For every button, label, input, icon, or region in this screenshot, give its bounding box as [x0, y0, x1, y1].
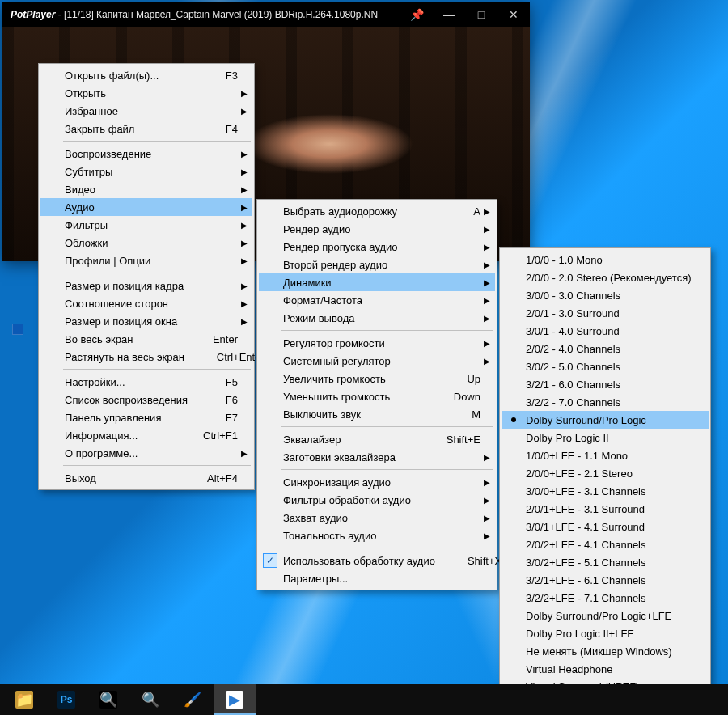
audio-menu-item[interactable]: Рендер пропуска аудио▶ — [259, 238, 495, 256]
submenu-arrow-icon: ▶ — [241, 89, 248, 98]
check-icon: ✓ — [263, 553, 277, 568]
speakers-menu-item[interactable]: Dolby Pro Logic II — [502, 429, 709, 446]
main-menu-item[interactable]: Панель управленияF7 — [40, 408, 252, 426]
menu-item-label: 3/2/1+LFE - 6.1 Channels — [526, 574, 689, 586]
main-menu-item[interactable]: Список воспроизведенияF6 — [40, 391, 252, 408]
menu-item-label: Выбрать аудиодорожку — [283, 205, 473, 218]
speakers-menu-item[interactable]: 3/2/2 - 7.0 Channels — [502, 393, 709, 411]
speakers-menu-item[interactable]: Virtual Headphone — [502, 660, 709, 678]
taskbar-search-orange-icon[interactable]: 🔍 — [87, 684, 129, 715]
speakers-menu-item[interactable]: 2/0/1+LFE - 3.1 Surround — [502, 500, 709, 518]
audio-menu-item[interactable]: Формат/Частота▶ — [259, 291, 495, 309]
taskbar-search-blue-icon[interactable]: 🔍 — [129, 684, 171, 715]
audio-menu-item[interactable]: ✓Использовать обработку аудиоShift+X — [259, 552, 495, 569]
menu-item-shortcut: F4 — [226, 123, 238, 135]
audio-menu-item[interactable]: Динамики▶ — [259, 273, 495, 291]
audio-menu-item[interactable]: Регулятор громкости▶ — [259, 334, 495, 352]
main-menu-item[interactable]: Размер и позиция кадра▶ — [40, 277, 252, 294]
main-menu-item[interactable]: Растянуть на весь экранCtrl+Enter — [40, 348, 252, 366]
submenu-arrow-icon: ▶ — [484, 531, 490, 540]
main-menu-item[interactable]: Субтитры▶ — [40, 163, 252, 180]
speakers-menu-item[interactable]: Не менять (Микшер Windows) — [502, 642, 709, 660]
main-menu-item[interactable]: Аудио▶ — [40, 198, 252, 216]
audio-menu-item[interactable]: Фильтры обработки аудио▶ — [259, 491, 495, 509]
audio-menu-item[interactable]: Системный регулятор▶ — [259, 352, 495, 370]
speakers-menu-item[interactable]: 2/0/2+LFE - 4.1 Channels — [502, 535, 709, 553]
speakers-menu-item[interactable]: 3/0/2+LFE - 5.1 Channels — [502, 553, 709, 571]
desktop-icon[interactable] — [12, 324, 23, 335]
audio-menu-item[interactable]: Второй рендер аудио▶ — [259, 256, 495, 273]
speakers-menu-item[interactable]: 3/0/1 - 4.0 Surround — [502, 322, 709, 340]
main-menu-item[interactable]: Открыть▶ — [40, 84, 252, 102]
menu-item-label: Virtual Headphone — [526, 663, 689, 675]
speakers-menu-item[interactable]: 3/2/2+LFE - 7.1 Channels — [502, 589, 709, 607]
pin-button[interactable]: 📌 — [400, 2, 433, 27]
speakers-menu-item[interactable]: Dolby Pro Logic II+LFE — [502, 624, 709, 642]
taskbar-potplayer-icon[interactable]: ▶ — [214, 684, 256, 715]
speakers-menu-item[interactable]: 3/0/2 - 5.0 Channels — [502, 358, 709, 375]
main-menu-item[interactable]: Настройки...F5 — [40, 373, 252, 391]
speakers-menu-item[interactable]: 2/0/0 - 2.0 Stereo (Рекомендуется) — [502, 269, 709, 286]
menu-item-shortcut: F6 — [226, 394, 238, 406]
taskbar-photoshop-icon[interactable]: Ps — [45, 684, 87, 715]
speakers-menu-item[interactable]: 2/0/1 - 3.0 Surround — [502, 304, 709, 322]
main-menu-item[interactable]: О программе...▶ — [40, 444, 252, 462]
main-menu-item[interactable]: Размер и позиция окна▶ — [40, 312, 252, 330]
taskbar-explorer-icon[interactable]: 📁 — [3, 684, 45, 715]
speakers-menu-item[interactable]: 3/2/1+LFE - 6.1 Channels — [502, 571, 709, 589]
menu-item-label: 2/0/1+LFE - 3.1 Surround — [526, 503, 689, 515]
audio-menu-item[interactable]: Заготовки эквалайзера▶ — [259, 448, 495, 466]
speakers-menu-item[interactable]: 2/0/2 - 4.0 Channels — [502, 340, 709, 358]
audio-menu-item[interactable]: Режим вывода▶ — [259, 309, 495, 327]
audio-menu-item[interactable]: Параметры... — [259, 569, 495, 587]
menu-item-label: Заготовки эквалайзера — [283, 451, 480, 463]
main-menu-item[interactable]: Избранное▶ — [40, 102, 252, 120]
speakers-menu-item[interactable]: 3/0/1+LFE - 4.1 Surround — [502, 518, 709, 535]
speakers-menu-item[interactable]: Dolby Surround/Pro Logic+LFE — [502, 607, 709, 624]
main-menu-item[interactable]: Фильтры▶ — [40, 216, 252, 234]
speakers-menu-item[interactable]: 1/0/0 - 1.0 Mono — [502, 251, 709, 269]
search-blue-icon: 🔍 — [142, 691, 159, 709]
menu-item-label: 2/0/0 - 2.0 Stereo (Рекомендуется) — [526, 272, 692, 284]
audio-menu-item[interactable]: Выключить звукM — [259, 405, 495, 423]
main-menu-item[interactable]: Во весь экранEnter — [40, 330, 252, 348]
close-button[interactable]: ✕ — [497, 2, 530, 27]
audio-menu-item[interactable]: ЭквалайзерShift+E — [259, 430, 495, 448]
menu-item-label: Субтитры — [65, 166, 238, 178]
audio-menu-item[interactable]: Захват аудио▶ — [259, 509, 495, 527]
menu-item-label: Закрыть файл — [65, 123, 226, 135]
main-menu-item[interactable]: Профили | Опции▶ — [40, 252, 252, 269]
main-menu-item[interactable]: Видео▶ — [40, 180, 252, 198]
audio-menu-item[interactable]: Рендер аудио▶ — [259, 220, 495, 238]
main-menu-item[interactable]: Открыть файл(ы)...F3 — [40, 66, 252, 84]
menu-separator — [63, 465, 251, 466]
main-menu-item[interactable]: Соотношение сторон▶ — [40, 294, 252, 312]
main-menu-item[interactable]: ВыходAlt+F4 — [40, 469, 252, 487]
speakers-menu-item[interactable]: 3/2/1 - 6.0 Channels — [502, 375, 709, 393]
audio-menu-item[interactable]: Синхронизация аудио▶ — [259, 473, 495, 491]
audio-menu-item[interactable]: Увеличить громкостьUp — [259, 370, 495, 387]
main-menu-item[interactable]: Закрыть файлF4 — [40, 120, 252, 138]
minimize-button[interactable]: — — [433, 2, 465, 27]
submenu-arrow-icon: ▶ — [241, 317, 248, 326]
taskbar-brush-icon[interactable]: 🖌️ — [171, 684, 214, 715]
speakers-menu-item[interactable]: 1/0/0+LFE - 1.1 Mono — [502, 446, 709, 464]
main-menu-item[interactable]: Обложки▶ — [40, 234, 252, 252]
menu-item-label: 3/0/2 - 5.0 Channels — [526, 361, 689, 373]
main-menu-item[interactable]: Воспроизведение▶ — [40, 145, 252, 163]
file-name: [11/18] Капитан Марвел_Captain Marvel (2… — [64, 9, 378, 20]
audio-menu-item[interactable]: Выбрать аудиодорожкуA▶ — [259, 202, 495, 220]
audio-menu-item[interactable]: Уменьшить громкостьDown — [259, 387, 495, 405]
submenu-arrow-icon: ▶ — [241, 299, 248, 308]
menu-item-label: Рендер пропуска аудио — [283, 241, 480, 253]
speakers-menu-item[interactable]: 3/0/0+LFE - 3.1 Channels — [502, 482, 709, 500]
speakers-menu-item[interactable]: 2/0/0+LFE - 2.1 Stereo — [502, 464, 709, 482]
menu-item-label: Воспроизведение — [65, 148, 238, 160]
maximize-button[interactable]: □ — [465, 2, 497, 27]
menu-item-shortcut: F3 — [226, 70, 238, 82]
main-menu-item[interactable]: Информация...Ctrl+F1 — [40, 426, 252, 444]
titlebar[interactable]: PotPlayer - [11/18] Капитан Марвел_Capta… — [2, 2, 530, 27]
speakers-menu-item[interactable]: Dolby Surround/Pro Logic — [502, 411, 709, 429]
speakers-menu-item[interactable]: 3/0/0 - 3.0 Channels — [502, 286, 709, 304]
audio-menu-item[interactable]: Тональность аудио▶ — [259, 527, 495, 544]
